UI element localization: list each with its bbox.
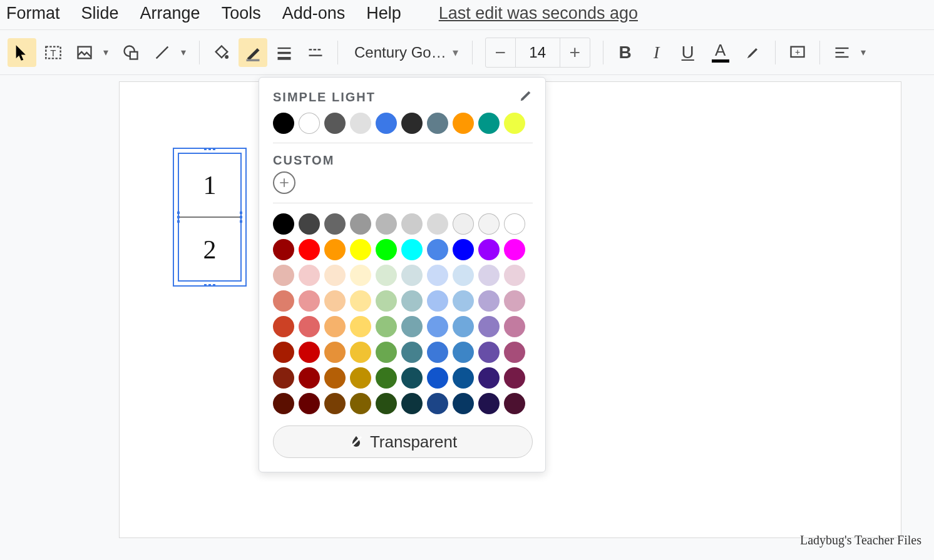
color-swatch[interactable] <box>299 213 320 235</box>
color-swatch[interactable] <box>478 367 500 389</box>
color-swatch[interactable] <box>350 316 371 337</box>
bold-button[interactable]: B <box>611 38 640 67</box>
theme-swatch[interactable] <box>478 113 500 134</box>
theme-swatch[interactable] <box>350 113 371 134</box>
color-swatch[interactable] <box>401 342 423 363</box>
color-swatch[interactable] <box>427 265 448 286</box>
color-swatch[interactable] <box>401 265 423 286</box>
color-swatch[interactable] <box>299 342 320 363</box>
color-swatch[interactable] <box>401 290 423 312</box>
color-swatch[interactable] <box>324 239 346 260</box>
color-swatch[interactable] <box>376 265 397 286</box>
shape-tool[interactable] <box>116 38 145 67</box>
comment-button[interactable]: + <box>783 38 812 67</box>
underline-button[interactable]: U <box>674 38 702 67</box>
color-swatch[interactable] <box>273 290 294 312</box>
color-swatch[interactable] <box>453 239 474 260</box>
font-family-select[interactable]: Century Go… ▾ <box>344 38 466 67</box>
theme-swatch[interactable] <box>376 113 397 134</box>
color-swatch[interactable] <box>273 239 294 260</box>
color-swatch[interactable] <box>427 290 448 312</box>
color-swatch[interactable] <box>453 290 474 312</box>
align-dropdown[interactable]: ▾ <box>858 46 869 58</box>
line-dropdown[interactable]: ▾ <box>178 46 189 58</box>
menu-tools[interactable]: Tools <box>222 4 261 23</box>
color-swatch[interactable] <box>376 342 397 363</box>
border-dash-button[interactable] <box>301 38 330 67</box>
text-color-button[interactable]: A <box>706 38 735 67</box>
color-swatch[interactable] <box>427 342 448 363</box>
color-swatch[interactable] <box>453 367 474 389</box>
color-swatch[interactable] <box>324 367 346 389</box>
italic-button[interactable]: I <box>642 38 671 67</box>
color-swatch[interactable] <box>273 342 294 363</box>
border-color-button[interactable] <box>239 38 267 67</box>
menu-format[interactable]: Format <box>6 4 60 23</box>
color-swatch[interactable] <box>504 239 525 260</box>
color-swatch[interactable] <box>324 342 346 363</box>
textbox-tool[interactable]: T <box>39 38 68 67</box>
color-swatch[interactable] <box>350 239 371 260</box>
theme-swatch[interactable] <box>504 113 525 134</box>
theme-swatch[interactable] <box>273 113 294 134</box>
color-swatch[interactable] <box>350 290 371 312</box>
color-swatch[interactable] <box>324 290 346 312</box>
color-swatch[interactable] <box>350 393 371 414</box>
color-swatch[interactable] <box>299 290 320 312</box>
color-swatch[interactable] <box>401 367 423 389</box>
menu-addons[interactable]: Add-ons <box>282 4 346 23</box>
color-swatch[interactable] <box>427 213 448 235</box>
line-tool[interactable] <box>148 38 177 67</box>
edit-theme-icon[interactable] <box>519 89 533 105</box>
color-swatch[interactable] <box>376 213 397 235</box>
color-swatch[interactable] <box>273 367 294 389</box>
color-swatch[interactable] <box>504 290 525 312</box>
color-swatch[interactable] <box>401 239 423 260</box>
theme-swatch[interactable] <box>401 113 423 134</box>
image-dropdown[interactable]: ▾ <box>100 46 111 58</box>
color-swatch[interactable] <box>504 367 525 389</box>
menu-slide[interactable]: Slide <box>81 4 119 23</box>
image-tool[interactable] <box>70 38 99 67</box>
color-swatch[interactable] <box>504 342 525 363</box>
highlight-button[interactable] <box>739 38 767 67</box>
color-swatch[interactable] <box>350 213 371 235</box>
color-swatch[interactable] <box>299 265 320 286</box>
color-swatch[interactable] <box>324 393 346 414</box>
font-size-value[interactable]: 14 <box>516 44 560 61</box>
selected-table[interactable]: 1 2 <box>173 148 247 287</box>
color-swatch[interactable] <box>299 239 320 260</box>
color-swatch[interactable] <box>504 265 525 286</box>
color-swatch[interactable] <box>324 316 346 337</box>
color-swatch[interactable] <box>401 393 423 414</box>
theme-swatch[interactable] <box>427 113 448 134</box>
color-swatch[interactable] <box>324 265 346 286</box>
color-swatch[interactable] <box>299 316 320 337</box>
color-swatch[interactable] <box>273 213 294 235</box>
theme-swatch[interactable] <box>324 113 346 134</box>
color-swatch[interactable] <box>376 393 397 414</box>
menu-arrange[interactable]: Arrange <box>140 4 200 23</box>
color-swatch[interactable] <box>376 290 397 312</box>
select-tool[interactable] <box>8 38 36 67</box>
color-swatch[interactable] <box>376 367 397 389</box>
color-swatch[interactable] <box>299 367 320 389</box>
color-swatch[interactable] <box>324 213 346 235</box>
color-swatch[interactable] <box>478 393 500 414</box>
color-swatch[interactable] <box>478 239 500 260</box>
table-cell-1[interactable]: 1 <box>179 154 240 218</box>
color-swatch[interactable] <box>453 316 474 337</box>
color-swatch[interactable] <box>504 213 525 235</box>
table-cell-2[interactable]: 2 <box>179 218 240 282</box>
color-swatch[interactable] <box>273 393 294 414</box>
color-swatch[interactable] <box>427 393 448 414</box>
color-swatch[interactable] <box>453 265 474 286</box>
color-swatch[interactable] <box>504 393 525 414</box>
color-swatch[interactable] <box>350 367 371 389</box>
color-swatch[interactable] <box>376 239 397 260</box>
color-swatch[interactable] <box>376 316 397 337</box>
color-swatch[interactable] <box>401 213 423 235</box>
font-size-decrease[interactable]: − <box>486 38 516 68</box>
align-button[interactable] <box>828 38 856 67</box>
color-swatch[interactable] <box>478 290 500 312</box>
